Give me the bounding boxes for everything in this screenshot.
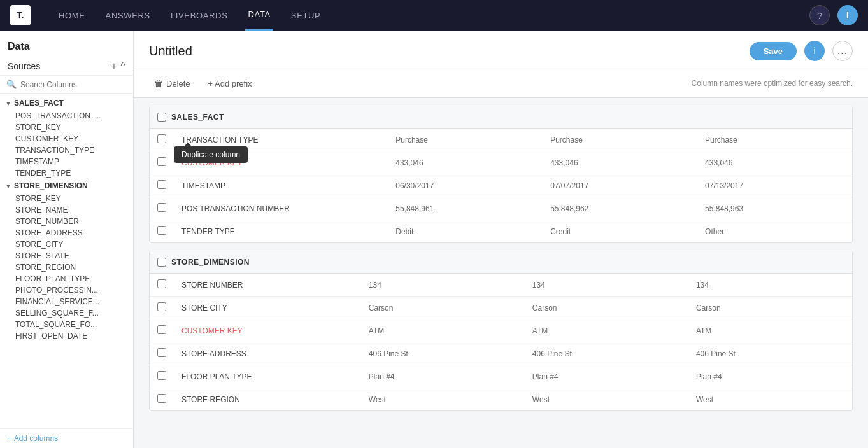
table-row: STORE CITYCarsonCarsonCarson (150, 297, 852, 319)
column-value: 07/13/2017 (697, 174, 852, 197)
search-columns-input[interactable] (20, 80, 127, 89)
column-value: Plan #4 (361, 365, 525, 388)
column-value: Plan #4 (688, 365, 852, 388)
tree-item[interactable]: FINANCIAL_SERVICE... (0, 296, 133, 307)
column-value: 406 Pine St (525, 342, 688, 365)
section-name: SALES_FACT (171, 113, 224, 122)
column-value: ATM (361, 319, 525, 342)
tree-group-label: SALES_FACT (14, 99, 64, 108)
save-button[interactable]: Save (750, 42, 797, 60)
row-checkbox[interactable] (157, 226, 166, 235)
tree-item[interactable]: STORE_REGION (0, 262, 133, 273)
help-button[interactable]: ? (809, 5, 830, 25)
search-columns-container: 🔍 (0, 76, 133, 94)
row-checkbox[interactable] (157, 394, 166, 403)
tree-item[interactable]: TRANSACTION_TYPE (0, 144, 133, 156)
row-checkbox[interactable] (157, 302, 166, 311)
column-value: 433,046 (543, 151, 697, 174)
column-name-link[interactable]: CUSTOMER KEY (181, 326, 243, 335)
info-button[interactable]: i (804, 41, 825, 61)
nav-setup[interactable]: SETUP (288, 0, 324, 31)
tree-item[interactable]: SELLING_SQUARE_F... (0, 307, 133, 319)
row-checkbox[interactable] (157, 348, 166, 357)
sidebar-tree: ▼SALES_FACTPOS_TRANSACTION_...STORE_KEYC… (0, 94, 133, 428)
data-table: TRANSACTION TYPEDuplicate columnPurchase… (150, 129, 852, 242)
table-row: CUSTOMER KEY433,046433,046433,046 (150, 151, 852, 174)
column-value: 433,046 (697, 151, 852, 174)
column-value: 07/07/2017 (543, 174, 697, 197)
main-header: Untitled Save i ... (134, 31, 868, 69)
nav-answers[interactable]: ANSWERS (103, 0, 153, 31)
user-avatar[interactable]: I (837, 5, 858, 25)
tree-item[interactable]: FIRST_OPEN_DATE (0, 330, 133, 342)
add-columns-button[interactable]: + Add columns (0, 428, 133, 448)
tree-item[interactable]: TENDER_TYPE (0, 167, 133, 179)
section-checkbox[interactable] (157, 113, 166, 122)
column-value: ATM (525, 319, 688, 342)
column-value: 134 (525, 274, 688, 297)
tree-item[interactable]: PHOTO_PROCESSIN... (0, 284, 133, 296)
table-row: STORE NUMBER134134134 (150, 274, 852, 297)
column-name-cell: STORE REGION (174, 388, 361, 411)
nav-data[interactable]: DATA (245, 0, 273, 31)
column-name-cell: TRANSACTION TYPEDuplicate column (174, 129, 388, 151)
tree-group-store_dimension[interactable]: ▼STORE_DIMENSION (0, 179, 133, 193)
column-value: Carson (361, 297, 525, 319)
tree-group-label: STORE_DIMENSION (14, 181, 88, 190)
tree-item[interactable]: CUSTOMER_KEY (0, 133, 133, 144)
column-value: 406 Pine St (361, 342, 525, 365)
trash-icon: 🗑 (154, 78, 163, 88)
delete-button[interactable]: 🗑 Delete (149, 76, 196, 91)
tree-item[interactable]: STORE_NUMBER (0, 216, 133, 227)
add-prefix-button[interactable]: + Add prefix (203, 76, 257, 91)
tree-item[interactable]: STORE_STATE (0, 250, 133, 262)
row-checkbox[interactable] (157, 325, 166, 334)
row-checkbox[interactable] (157, 134, 166, 143)
more-options-button[interactable]: ... (832, 41, 853, 61)
column-value: Credit (543, 220, 697, 243)
column-value: Other (697, 220, 852, 243)
tree-item[interactable]: TIMESTAMP (0, 156, 133, 167)
data-area: SALES_FACTTRANSACTION TYPEDuplicate colu… (134, 98, 868, 448)
main-content: Untitled Save i ... 🗑 Delete + Add prefi… (134, 31, 868, 448)
sidebar: Data Sources + ^ 🔍 ▼SALES_FACTPOS_TRANSA… (0, 31, 134, 448)
row-checkbox[interactable] (157, 371, 166, 380)
tree-item[interactable]: FLOOR_PLAN_TYPE (0, 273, 133, 284)
app-logo[interactable]: T. (10, 5, 36, 25)
row-checkbox[interactable] (157, 279, 166, 288)
delete-label: Delete (166, 79, 190, 88)
tree-group-sales_fact[interactable]: ▼SALES_FACT (0, 96, 133, 110)
tree-item[interactable]: POS_TRANSACTION_... (0, 110, 133, 122)
sources-label: Sources (8, 61, 111, 71)
section-checkbox[interactable] (157, 258, 166, 267)
collapse-sources-button[interactable]: ^ (120, 61, 125, 71)
section-header: SALES_FACT (150, 106, 852, 129)
table-row: TENDER TYPEDebitCreditOther (150, 220, 852, 243)
search-icon: 🔍 (6, 80, 17, 89)
column-name-cell: POS TRANSACTION NUMBER (174, 197, 388, 220)
row-checkbox[interactable] (157, 203, 166, 212)
nav-liveboards[interactable]: LIVEBOARDS (168, 0, 231, 31)
column-value: Purchase (697, 129, 852, 151)
tree-item[interactable]: STORE_NAME (0, 204, 133, 216)
sidebar-title: Data (0, 31, 133, 57)
nav-home[interactable]: HOME (56, 0, 88, 31)
tree-item[interactable]: STORE_KEY (0, 122, 133, 133)
main-layout: Data Sources + ^ 🔍 ▼SALES_FACTPOS_TRANSA… (0, 31, 868, 448)
tree-item[interactable]: STORE_ADDRESS (0, 227, 133, 239)
tree-item[interactable]: STORE_CITY (0, 239, 133, 250)
column-name-link[interactable]: CUSTOMER KEY (181, 158, 243, 167)
tree-item[interactable]: STORE_KEY (0, 193, 133, 204)
column-name-cell: TENDER TYPE (174, 220, 388, 243)
table-row: STORE ADDRESS406 Pine St406 Pine St406 P… (150, 342, 852, 365)
column-value: 134 (688, 274, 852, 297)
add-source-button[interactable]: + (111, 61, 117, 71)
tree-item[interactable]: TOTAL_SQUARE_FO... (0, 319, 133, 330)
column-value: 06/30/2017 (388, 174, 543, 197)
table-row: POS TRANSACTION NUMBER55,848,96155,848,9… (150, 197, 852, 220)
row-checkbox[interactable] (157, 157, 166, 166)
column-value: 134 (361, 274, 525, 297)
data-table: STORE NUMBER134134134STORE CITYCarsonCar… (150, 274, 852, 410)
row-checkbox[interactable] (157, 180, 166, 189)
tree-arrow: ▼ (5, 100, 11, 107)
